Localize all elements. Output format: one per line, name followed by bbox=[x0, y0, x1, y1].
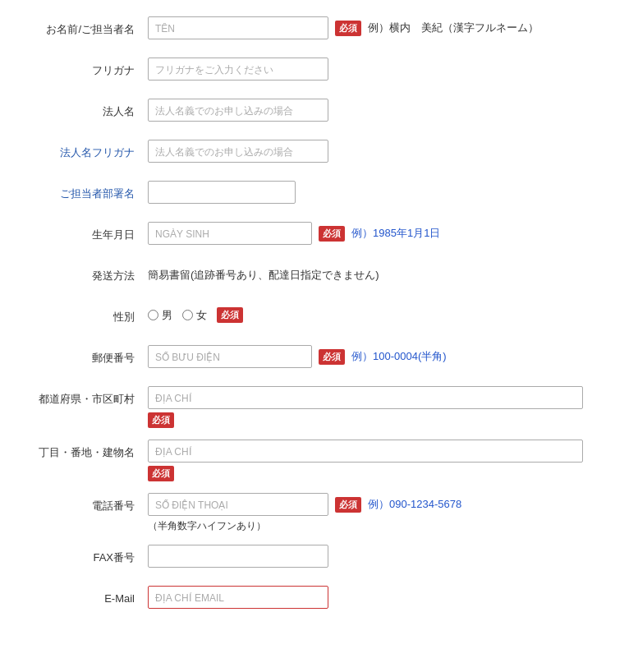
furigana-row: フリガナ bbox=[16, 58, 622, 87]
hojin-furigana-row: 法人名フリガナ bbox=[16, 140, 622, 169]
dept-field-row bbox=[148, 181, 622, 204]
shipping-row: 発送方法 簡易書留(追跡番号あり、配達日指定できません) bbox=[16, 263, 622, 292]
phone-required-badge: 必須 bbox=[335, 497, 361, 513]
name-hint: 例）横内 美紀（漢字フルネーム） bbox=[368, 21, 539, 35]
furigana-field-row bbox=[148, 58, 622, 81]
gender-female-label: 女 bbox=[196, 308, 207, 323]
address1-row: 都道府県・市区町村 必須 bbox=[16, 386, 622, 428]
email-field-col bbox=[148, 586, 622, 609]
fax-input[interactable] bbox=[148, 545, 328, 568]
address2-field-col: 必須 bbox=[148, 440, 622, 481]
furigana-label: フリガナ bbox=[16, 58, 148, 79]
email-field-row bbox=[148, 586, 622, 609]
hojin-field-col bbox=[148, 99, 622, 122]
email-input[interactable] bbox=[148, 586, 328, 609]
fax-row: FAX番号 bbox=[16, 545, 622, 574]
postal-field-row: 必須 例）100-0004(半角) bbox=[148, 345, 622, 368]
fax-field-row bbox=[148, 545, 622, 568]
birthday-hint: 例）1985年1月1日 bbox=[351, 226, 440, 241]
birthday-input[interactable] bbox=[148, 222, 312, 245]
hojin-label: 法人名 bbox=[16, 99, 148, 120]
name-label: お名前/ご担当者名 bbox=[16, 16, 148, 38]
phone-field-row: 必須 例）090-1234-5678 bbox=[148, 493, 622, 516]
address1-input[interactable] bbox=[148, 386, 583, 409]
birthday-required-badge: 必須 bbox=[319, 226, 345, 242]
dept-field-col bbox=[148, 181, 622, 204]
postal-label: 郵便番号 bbox=[16, 345, 148, 366]
phone-subhint: （半角数字ハイフンあり） bbox=[148, 519, 622, 533]
address2-label: 丁目・番地・建物名 bbox=[16, 440, 148, 461]
name-row: お名前/ご担当者名 必須 例）横内 美紀（漢字フルネーム） bbox=[16, 16, 622, 46]
gender-male-label: 男 bbox=[162, 308, 172, 323]
address2-row: 丁目・番地・建物名 必須 bbox=[16, 440, 622, 481]
birthday-label: 生年月日 bbox=[16, 222, 148, 243]
hojin-furigana-label: 法人名フリガナ bbox=[16, 140, 148, 161]
gender-female-radio[interactable] bbox=[182, 310, 193, 320]
phone-input[interactable] bbox=[148, 493, 328, 516]
address2-input[interactable] bbox=[148, 440, 583, 463]
address1-field-col: 必須 bbox=[148, 386, 622, 428]
phone-label: 電話番号 bbox=[16, 493, 148, 514]
phone-hint: 例）090-1234-5678 bbox=[368, 497, 461, 512]
name-input[interactable] bbox=[148, 16, 328, 39]
hojin-input[interactable] bbox=[148, 99, 328, 122]
shipping-label: 発送方法 bbox=[16, 263, 148, 284]
email-row: E-Mail bbox=[16, 586, 622, 615]
email-label: E-Mail bbox=[16, 586, 148, 607]
postal-required-badge: 必須 bbox=[319, 349, 345, 365]
phone-field-col: 必須 例）090-1234-5678 （半角数字ハイフンあり） bbox=[148, 493, 622, 533]
birthday-field-col: 必須 例）1985年1月1日 bbox=[148, 222, 622, 245]
hojin-row: 法人名 bbox=[16, 99, 622, 128]
birthday-field-row: 必須 例）1985年1月1日 bbox=[148, 222, 622, 245]
fax-label: FAX番号 bbox=[16, 545, 148, 566]
shipping-field-col: 簡易書留(追跡番号あり、配達日指定できません) bbox=[148, 263, 622, 283]
postal-hint: 例）100-0004(半角) bbox=[351, 349, 447, 364]
address1-required-badge: 必須 bbox=[148, 412, 174, 428]
address2-required-badge: 必須 bbox=[148, 466, 174, 481]
gender-male-radio[interactable] bbox=[148, 310, 158, 320]
name-required-badge: 必須 bbox=[335, 21, 361, 36]
gender-male-option[interactable]: 男 bbox=[148, 308, 172, 323]
postal-row: 郵便番号 必須 例）100-0004(半角) bbox=[16, 345, 622, 375]
address1-label: 都道府県・市区町村 bbox=[16, 386, 148, 407]
furigana-input[interactable] bbox=[148, 58, 328, 81]
dept-input[interactable] bbox=[148, 181, 296, 204]
gender-row: 性別 男 女 必須 bbox=[16, 304, 622, 334]
name-field-row: 必須 例）横内 美紀（漢字フルネーム） bbox=[148, 16, 622, 39]
dept-label: ご担当者部署名 bbox=[16, 181, 148, 202]
gender-label: 性別 bbox=[16, 304, 148, 325]
hojin-furigana-field-row bbox=[148, 140, 622, 163]
hojin-furigana-field-col bbox=[148, 140, 622, 163]
birthday-row: 生年月日 必須 例）1985年1月1日 bbox=[16, 222, 622, 251]
dept-row: ご担当者部署名 bbox=[16, 181, 622, 210]
form-container: お名前/ご担当者名 必須 例）横内 美紀（漢字フルネーム） フリガナ 法人名 法… bbox=[0, 8, 638, 635]
hojin-field-row bbox=[148, 99, 622, 122]
name-field-col: 必須 例）横内 美紀（漢字フルネーム） bbox=[148, 16, 622, 39]
furigana-field-col bbox=[148, 58, 622, 81]
postal-field-col: 必須 例）100-0004(半角) bbox=[148, 345, 622, 368]
gender-female-option[interactable]: 女 bbox=[182, 308, 207, 323]
hojin-furigana-input[interactable] bbox=[148, 140, 328, 163]
postal-input[interactable] bbox=[148, 345, 312, 368]
shipping-text: 簡易書留(追跡番号あり、配達日指定できません) bbox=[148, 263, 622, 283]
fax-field-col bbox=[148, 545, 622, 568]
phone-row: 電話番号 必須 例）090-1234-5678 （半角数字ハイフンあり） bbox=[16, 493, 622, 533]
gender-field-col: 男 女 必須 bbox=[148, 304, 622, 323]
gender-required-badge: 必須 bbox=[217, 307, 243, 323]
gender-radio-group: 男 女 必須 bbox=[148, 304, 622, 323]
